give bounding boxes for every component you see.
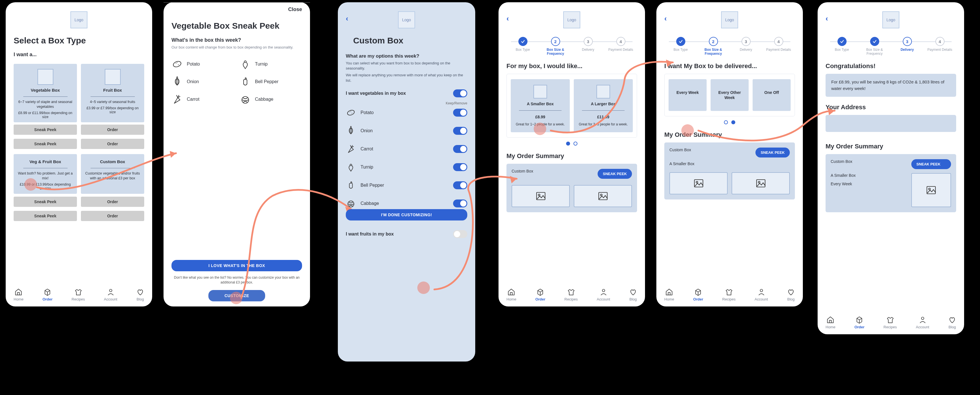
nav-label: Home (826, 325, 835, 329)
keep-toggle[interactable] (453, 145, 467, 153)
back-button[interactable]: ‹ (664, 14, 667, 23)
keep-toggle[interactable] (453, 127, 467, 135)
dot-active[interactable] (731, 120, 735, 124)
dot-active[interactable] (566, 141, 570, 146)
home-icon (14, 288, 22, 296)
progress-stepper: Box Type Box Size & Frequency 3Delivery … (826, 37, 956, 56)
user-icon (757, 288, 765, 296)
order-button[interactable]: Order (81, 139, 144, 149)
nav-home[interactable]: Home (664, 288, 674, 301)
image-placeholder-icon (911, 173, 951, 207)
nav-account[interactable]: Account (754, 288, 768, 301)
screen-custom-box: Logo ‹ Custom Box What are my options th… (338, 2, 475, 362)
logo-placeholder: Logo (882, 11, 899, 29)
nav-label: Account (104, 297, 117, 301)
card-desc: 4~5 variety of seasonal fruits (90, 100, 135, 105)
nav-order[interactable]: Order (693, 288, 703, 301)
keep-toggle[interactable] (453, 163, 467, 171)
button-row: Sneak Peek Order Sneak Peek Order (14, 125, 144, 149)
sneak-peek-button[interactable]: SNEAK PEEK (598, 169, 632, 179)
sneak-peek-button[interactable]: Sneak Peek (14, 197, 77, 207)
step-label: Box Size & Frequency (539, 48, 572, 56)
customize-button[interactable]: CUSTOMIZE (208, 290, 265, 301)
nav-order[interactable]: Order (854, 316, 864, 329)
sneak-peek-button[interactable]: Sneak Peek (14, 125, 77, 135)
sneak-peek-button[interactable]: SNEAK PEEK (756, 148, 790, 157)
box-card-custom[interactable]: Custom Box Customize vegetables and/or f… (81, 154, 144, 194)
order-button[interactable]: Order (81, 125, 144, 135)
dot[interactable] (724, 120, 728, 124)
customize-footnote: Don't like what you see on the list? No … (172, 275, 302, 285)
fruit-toggle[interactable] (453, 230, 467, 238)
image-placeholder-icon (670, 172, 728, 194)
dot[interactable] (573, 141, 578, 146)
step-payment: 4Payment Details (923, 37, 956, 52)
ingredient-label: Cabbage (361, 201, 379, 206)
pager-dots (506, 141, 637, 146)
nav-home[interactable]: Home (506, 288, 516, 301)
nav-account[interactable]: Account (597, 288, 610, 301)
nav-label: Account (754, 297, 768, 301)
keep-toggle[interactable] (453, 200, 467, 208)
sneak-peek-button[interactable]: Sneak Peek (14, 139, 77, 149)
turnip-icon (240, 59, 251, 70)
logo-placeholder: Logo (398, 11, 415, 29)
nav-home[interactable]: Home (826, 316, 835, 329)
divider (582, 110, 625, 111)
nav-label: Account (597, 297, 610, 301)
back-button[interactable]: ‹ (826, 14, 828, 23)
nav-label: Blog (629, 297, 637, 301)
box-card-vegetable[interactable]: Vegetable Box 6~7 variety of staple and … (14, 64, 77, 122)
sneak-peek-button[interactable]: Sneak Peek (14, 211, 77, 221)
choice-smaller-box[interactable]: A Smaller Box £8.99 Great for 1~2 people… (511, 79, 570, 132)
order-button[interactable]: Order (81, 197, 144, 207)
close-button[interactable]: Close (288, 6, 302, 13)
nav-blog[interactable]: Blog (136, 288, 144, 301)
done-customizing-button[interactable]: I'M DONE CUSTOMIZING! (346, 209, 467, 221)
veg-toggle[interactable] (453, 89, 467, 97)
congrats-title: Congratulations! (826, 62, 956, 70)
nav-label: Order (535, 297, 546, 301)
choice-every-other-week[interactable]: Every Other Week (711, 79, 749, 111)
choice-name: One Off (764, 90, 779, 95)
ingredient-label: Carrot (187, 97, 199, 102)
bottom-nav: Home Order Recipes Account Blog (826, 311, 956, 329)
address-input-placeholder[interactable] (826, 115, 956, 132)
choice-one-off[interactable]: One Off (752, 79, 791, 111)
back-button[interactable]: ‹ (506, 14, 509, 23)
choice-price: £11.99 (597, 115, 609, 119)
box-card-fruit[interactable]: Fruit Box 4~5 variety of seasonal fruits… (81, 64, 144, 122)
bottom-nav: Home Order Recipes Account Blog (664, 283, 795, 301)
cabbage-icon (346, 198, 356, 209)
nav-recipes[interactable]: Recipes (72, 288, 85, 301)
shirt-icon (567, 288, 575, 296)
sneak-peek-button[interactable]: SNEAK PEEK (911, 159, 951, 169)
nav-recipes[interactable]: Recipes (565, 288, 578, 301)
keep-toggle[interactable] (453, 181, 467, 189)
box-card-veg-and-fruit[interactable]: Veg & Fruit Box Want both? No problem. J… (14, 154, 77, 194)
keep-toggle[interactable] (453, 109, 467, 117)
check-icon (872, 39, 878, 44)
nav-blog[interactable]: Blog (629, 288, 637, 301)
divider (519, 110, 562, 111)
button-row: Sneak Peek Order Sneak Peek Order (14, 197, 144, 221)
nav-recipes[interactable]: Recipes (883, 316, 897, 329)
ingredients-grid: Potato Turnip Onion Bell Pepper Carrot C… (172, 59, 302, 105)
nav-home[interactable]: Home (14, 288, 24, 301)
user-icon (107, 288, 115, 296)
order-summary: Custom Box SNEAK PEEK A Smaller Box Ever… (826, 154, 956, 212)
ingredient-carrot: Carrot (172, 94, 234, 105)
love-box-button[interactable]: I LOVE WHAT'S IN THE BOX (172, 260, 302, 271)
nav-order[interactable]: Order (43, 288, 52, 301)
order-button[interactable]: Order (81, 211, 144, 221)
nav-blog[interactable]: Blog (948, 316, 956, 329)
nav-order[interactable]: Order (535, 288, 546, 301)
choice-every-week[interactable]: Every Week (668, 79, 706, 111)
nav-account[interactable]: Account (104, 288, 117, 301)
ingredient-potato: Potato (172, 59, 234, 70)
nav-account[interactable]: Account (916, 316, 929, 329)
nav-recipes[interactable]: Recipes (722, 288, 735, 301)
back-button[interactable]: ‹ (346, 14, 348, 23)
nav-blog[interactable]: Blog (787, 288, 795, 301)
choice-larger-box[interactable]: A Larger Box £11.99 Great for 3~5 people… (574, 79, 633, 132)
